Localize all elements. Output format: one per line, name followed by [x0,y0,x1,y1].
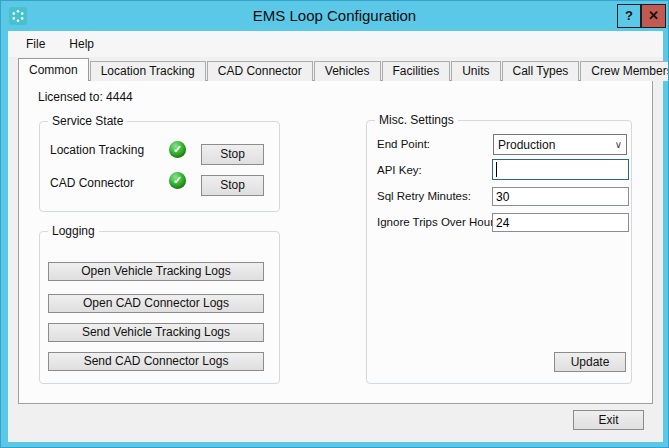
text-caret [496,162,497,177]
logging-group: Logging Open Vehicle Tracking Logs Open … [39,231,280,384]
menu-file[interactable]: File [21,35,50,53]
menu-help[interactable]: Help [64,35,99,53]
tab-common[interactable]: Common [18,58,89,81]
send-vehicle-tracking-logs-button[interactable]: Send Vehicle Tracking Logs [48,323,264,342]
tab-call-types[interactable]: Call Types [502,61,580,81]
stop-cad-connector-button[interactable]: Stop [201,175,264,196]
stop-location-tracking-button[interactable]: Stop [201,144,264,165]
tab-facilities[interactable]: Facilities [382,61,451,81]
misc-settings-group: Misc. Settings End Point: Production ∨ A… [366,120,632,384]
service-state-group: Service State Location Tracking ✓ Stop C… [39,121,280,212]
logging-group-title: Logging [48,224,99,238]
tab-vehicles[interactable]: Vehicles [314,61,381,81]
close-button[interactable]: ✕ [641,4,666,28]
open-vehicle-tracking-logs-button[interactable]: Open Vehicle Tracking Logs [48,262,264,281]
end-point-selected-value: Production [498,138,615,152]
chevron-down-icon: ∨ [615,140,622,150]
ignore-trips-over-hours-input[interactable] [492,213,629,232]
tab-units[interactable]: Units [451,61,500,81]
tab-strip: Common Location Tracking CAD Connector V… [18,58,669,81]
tab-crew-members[interactable]: Crew Members [580,61,669,81]
location-tracking-label: Location Tracking [50,143,144,157]
end-point-label: End Point: [377,138,430,150]
tab-location-tracking[interactable]: Location Tracking [90,61,206,81]
send-cad-connector-logs-button[interactable]: Send CAD Connector Logs [48,352,264,371]
cad-connector-label: CAD Connector [50,176,134,190]
ems-loop-configuration-window: EMS Loop Configuration ? ✕ File Help Com… [0,0,669,448]
api-key-input[interactable] [492,159,629,180]
misc-settings-group-title: Misc. Settings [375,113,458,127]
sql-retry-minutes-input[interactable] [492,187,629,206]
api-key-label: API Key: [377,164,422,176]
common-tab-panel: Licensed to: 4444 Service State Location… [18,80,653,404]
status-ok-icon: ✓ [169,141,186,158]
open-cad-connector-logs-button[interactable]: Open CAD Connector Logs [48,294,264,313]
service-state-group-title: Service State [48,114,127,128]
client-area: File Help Common Location Tracking CAD C… [8,31,663,442]
help-button[interactable]: ? [617,4,641,28]
title-bar: EMS Loop Configuration ? ✕ [1,1,668,31]
licensed-to-label: Licensed to: 4444 [38,90,133,104]
status-ok-icon: ✓ [169,172,186,189]
exit-button[interactable]: Exit [573,410,644,430]
update-button[interactable]: Update [554,352,626,372]
tab-cad-connector[interactable]: CAD Connector [207,61,313,81]
window-title: EMS Loop Configuration [1,1,668,31]
menu-bar: File Help [8,31,663,57]
ignore-trips-over-hours-label: Ignore Trips Over Hours: [377,216,503,228]
end-point-select[interactable]: Production ∨ [493,134,627,155]
sql-retry-minutes-label: Sql Retry Minutes: [377,190,471,202]
